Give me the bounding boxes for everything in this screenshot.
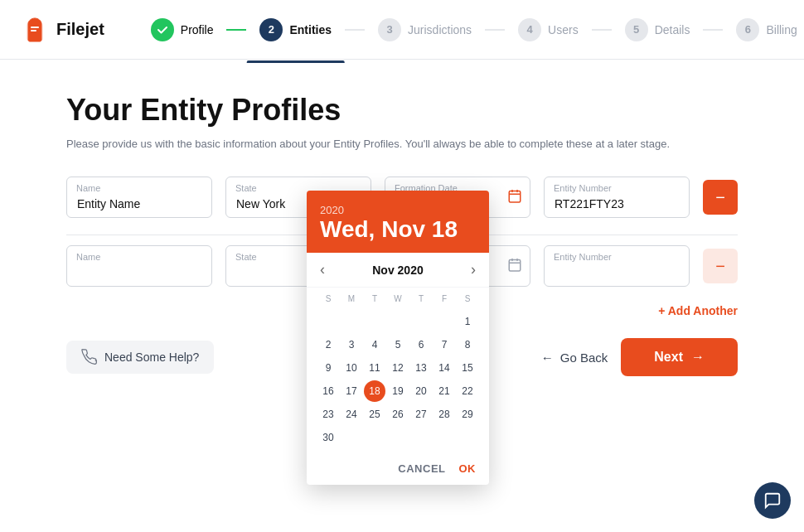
step-circle-jurisdictions: 3 <box>378 18 401 41</box>
logo: Filejet <box>20 15 104 45</box>
steps-nav: Profile 2 Entities 3 Jurisdictions 4 Use… <box>138 18 804 41</box>
step-circle-profile <box>151 18 174 41</box>
calendar-day[interactable]: 30 <box>317 427 339 448</box>
calendar-day[interactable]: 27 <box>410 404 432 425</box>
step-connector-5 <box>703 29 723 31</box>
step-circle-details: 5 <box>625 18 648 41</box>
svg-rect-3 <box>509 191 521 203</box>
entity-field-group-2: Entity Number <box>544 245 690 287</box>
chat-icon <box>763 491 782 510</box>
calendar-day[interactable]: 9 <box>317 357 339 379</box>
name-label-1: Name <box>76 183 100 193</box>
calendar-prev-button[interactable]: ‹ <box>320 261 325 278</box>
calendar-day[interactable]: 28 <box>433 404 455 425</box>
next-button[interactable]: Next → <box>621 338 738 376</box>
calendar-day[interactable]: 29 <box>457 404 478 425</box>
calendar-day[interactable]: 23 <box>317 404 339 425</box>
calendar-day[interactable]: 19 <box>387 380 409 402</box>
calendar-day <box>387 427 409 448</box>
svg-rect-1 <box>31 27 39 28</box>
help-button[interactable]: Need Some Help? <box>66 341 214 374</box>
step-users[interactable]: 4 Users <box>505 18 592 41</box>
calendar-day <box>410 311 432 332</box>
calendar-day <box>341 311 362 332</box>
calendar-day[interactable]: 11 <box>364 357 385 379</box>
calendar-day[interactable]: 13 <box>410 357 432 379</box>
step-label-profile: Profile <box>181 23 214 36</box>
calendar-button-1[interactable] <box>507 189 522 206</box>
go-back-button[interactable]: ← Go Back <box>541 351 608 365</box>
delete-button-2[interactable]: − <box>703 249 738 283</box>
step-label-entities: Entities <box>289 23 332 36</box>
delete-button-1[interactable]: − <box>703 180 738 215</box>
name-label-2: Name <box>76 252 100 262</box>
calendar-button-2[interactable] <box>507 258 522 275</box>
calendar-day[interactable]: 14 <box>433 357 455 379</box>
step-label-details: Details <box>655 23 690 36</box>
calendar-day <box>387 311 409 332</box>
calendar-day-display: Wed, Nov 18 <box>320 216 476 243</box>
calendar-header: 2020 Wed, Nov 18 <box>307 191 489 253</box>
add-another-button[interactable]: + Add Another <box>658 304 738 317</box>
step-label-jurisdictions: Jurisdictions <box>408 23 472 36</box>
calendar-day[interactable]: 15 <box>457 357 478 379</box>
step-entities[interactable]: 2 Entities <box>246 18 345 41</box>
calendar-day[interactable]: 20 <box>410 380 432 402</box>
entity-label-1: Entity Number <box>554 183 612 193</box>
calendar-day[interactable]: 6 <box>410 334 432 355</box>
svg-rect-7 <box>509 260 521 272</box>
arrow-right-nav-icon: → <box>691 350 705 365</box>
calendar-day[interactable]: 5 <box>387 334 409 355</box>
step-circle-users: 4 <box>518 18 541 41</box>
help-icon <box>81 349 98 365</box>
step-billing[interactable]: 6 Billing <box>723 18 804 41</box>
calendar-day <box>364 427 385 448</box>
calendar-year: 2020 <box>320 204 476 216</box>
calendar-day[interactable]: 10 <box>341 357 362 379</box>
step-connector-2 <box>345 29 365 31</box>
help-label: Need Some Help? <box>104 351 199 364</box>
calendar-day <box>433 311 455 332</box>
calendar-day[interactable]: 7 <box>433 334 455 355</box>
step-details[interactable]: 5 Details <box>612 18 704 41</box>
calendar-day[interactable]: 22 <box>457 380 478 402</box>
step-label-users: Users <box>548 23 579 36</box>
calendar-day[interactable]: 26 <box>387 404 409 425</box>
step-profile[interactable]: Profile <box>138 18 227 41</box>
entity-label-2: Entity Number <box>554 252 612 262</box>
calendar-day[interactable]: 21 <box>433 380 455 402</box>
calendar-day <box>341 427 362 448</box>
header: Filejet Profile 2 Entities 3 Jurisdictio… <box>0 0 804 60</box>
calendar-day[interactable]: 12 <box>387 357 409 379</box>
svg-rect-2 <box>31 30 36 31</box>
calendar-next-button[interactable]: › <box>471 261 476 278</box>
calendar-days: 1234567891011121314151617181920212223242… <box>317 310 479 449</box>
calendar-day <box>364 311 385 332</box>
logo-icon <box>20 15 50 45</box>
calendar-day[interactable]: 3 <box>341 334 362 355</box>
chat-button[interactable] <box>754 482 791 519</box>
calendar-days-of-week: S M T W T F S <box>317 291 479 307</box>
calendar-day[interactable]: 8 <box>457 334 478 355</box>
calendar-day[interactable]: 2 <box>317 334 339 355</box>
step-jurisdictions[interactable]: 3 Jurisdictions <box>365 18 485 41</box>
calendar-day[interactable]: 17 <box>341 380 362 402</box>
calendar-grid: S M T W T F S 12345678910111213141516171… <box>307 288 489 456</box>
calendar-day[interactable]: 4 <box>364 334 385 355</box>
step-label-billing: Billing <box>766 23 797 36</box>
arrow-left-nav-icon: ← <box>541 351 554 365</box>
state-label-1: State <box>235 183 257 193</box>
logo-text: Filejet <box>56 20 104 39</box>
entity-field-group-1: Entity Number <box>544 177 690 218</box>
step-circle-entities: 2 <box>259 18 283 41</box>
calendar-day[interactable]: 25 <box>364 404 385 425</box>
calendar-day[interactable]: 18 <box>364 380 385 402</box>
calendar-ok-button[interactable]: OK <box>459 462 477 475</box>
calendar-month-year: Nov 2020 <box>372 264 423 277</box>
calendar-day[interactable]: 24 <box>341 404 362 425</box>
calendar-cancel-button[interactable]: CANCEL <box>398 462 445 475</box>
calendar-day[interactable]: 16 <box>317 380 339 402</box>
calendar-day <box>433 427 455 448</box>
name-field-group-1: Name <box>66 177 212 218</box>
calendar-day[interactable]: 1 <box>457 311 478 332</box>
